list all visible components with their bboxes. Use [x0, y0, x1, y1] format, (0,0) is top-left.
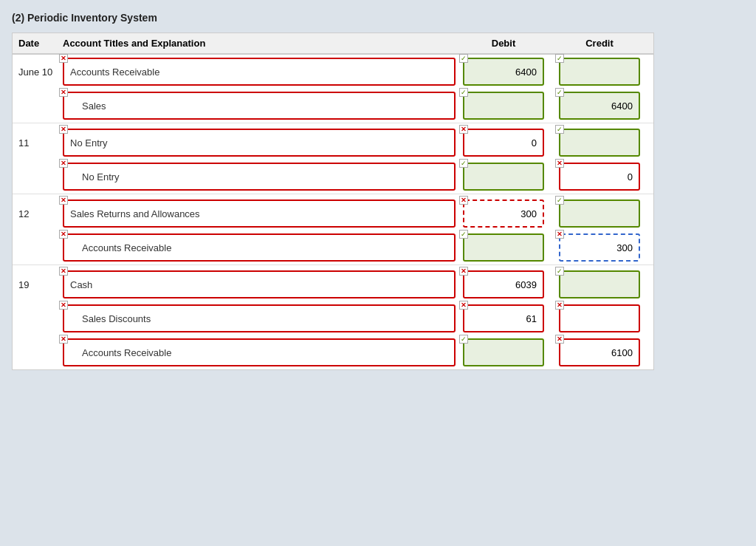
- debit-input[interactable]: [463, 58, 544, 86]
- credit-input[interactable]: [559, 129, 640, 157]
- close-icon[interactable]: ✕: [459, 196, 468, 205]
- account-field-box: ✕: [63, 129, 456, 157]
- check-icon[interactable]: ✓: [555, 125, 564, 134]
- close-icon[interactable]: ✕: [59, 196, 68, 205]
- close-icon[interactable]: ✕: [459, 301, 468, 310]
- check-icon[interactable]: ✓: [555, 88, 564, 97]
- account-cell: ✕: [63, 270, 456, 298]
- debit-cell: ✓: [456, 58, 551, 86]
- account-field-box: ✕: [63, 338, 456, 366]
- close-icon[interactable]: ✕: [59, 301, 68, 310]
- close-icon[interactable]: ✕: [59, 335, 68, 344]
- check-icon[interactable]: ✓: [459, 54, 468, 63]
- account-input[interactable]: [63, 304, 456, 332]
- table-row: ✕✓✕: [13, 160, 653, 194]
- debit-input[interactable]: [463, 199, 544, 228]
- close-icon[interactable]: ✕: [555, 301, 564, 310]
- account-input[interactable]: [63, 199, 456, 228]
- debit-field-box: ✓: [463, 92, 544, 120]
- close-icon[interactable]: ✕: [59, 88, 68, 97]
- account-input[interactable]: [63, 233, 456, 262]
- debit-field-box: ✕: [463, 304, 544, 332]
- header-debit: Debit: [456, 38, 551, 49]
- close-icon[interactable]: ✕: [59, 159, 68, 168]
- close-icon[interactable]: ✕: [459, 267, 468, 276]
- date-cell: 11: [18, 137, 63, 149]
- credit-field-box: ✓: [559, 129, 640, 157]
- debit-input[interactable]: [463, 233, 544, 262]
- account-cell: ✕: [63, 163, 456, 191]
- table-row: ✕✕✕: [13, 301, 653, 335]
- check-icon[interactable]: ✓: [459, 88, 468, 97]
- credit-cell: ✕: [551, 163, 647, 191]
- account-field-box: ✕: [63, 58, 456, 86]
- credit-input[interactable]: [559, 92, 640, 120]
- account-field-box: ✕: [63, 199, 456, 228]
- credit-field-box: ✕: [559, 338, 640, 366]
- credit-field-box: ✓: [559, 92, 640, 120]
- debit-cell: ✓: [456, 338, 551, 366]
- check-icon[interactable]: ✓: [555, 267, 564, 276]
- close-icon[interactable]: ✕: [59, 125, 68, 134]
- close-icon[interactable]: ✕: [555, 335, 564, 344]
- debit-input[interactable]: [463, 338, 544, 366]
- close-icon[interactable]: ✕: [555, 159, 564, 168]
- account-cell: ✕: [63, 304, 456, 332]
- credit-field-box: ✓: [559, 58, 640, 86]
- credit-cell: ✓: [551, 58, 647, 86]
- credit-input[interactable]: [559, 304, 640, 332]
- account-input[interactable]: [63, 129, 456, 157]
- table-row: ✕✓✓: [13, 89, 653, 123]
- credit-cell: ✓: [551, 129, 647, 157]
- close-icon[interactable]: ✕: [59, 230, 68, 239]
- debit-cell: ✓: [456, 163, 551, 191]
- close-icon[interactable]: ✕: [59, 54, 68, 63]
- credit-input[interactable]: [559, 233, 640, 262]
- account-input[interactable]: [63, 270, 456, 298]
- date-cell: 12: [18, 208, 63, 219]
- close-icon[interactable]: ✕: [59, 267, 68, 276]
- check-icon[interactable]: ✓: [555, 196, 564, 205]
- credit-field-box: ✓: [559, 270, 640, 298]
- account-field-box: ✕: [63, 233, 456, 262]
- account-input[interactable]: [63, 92, 456, 120]
- date-cell: 19: [18, 279, 63, 290]
- credit-field-box: ✕: [559, 163, 640, 191]
- account-cell: ✕: [63, 338, 456, 366]
- account-cell: ✕: [63, 129, 456, 157]
- debit-field-box: ✕: [463, 129, 544, 157]
- debit-input[interactable]: [463, 304, 544, 332]
- table-row: 11✕✕✓: [13, 126, 653, 160]
- check-icon[interactable]: ✓: [459, 159, 468, 168]
- debit-input[interactable]: [463, 129, 544, 157]
- credit-input[interactable]: [559, 270, 640, 298]
- credit-input[interactable]: [559, 163, 640, 191]
- account-input[interactable]: [63, 338, 456, 366]
- check-icon[interactable]: ✓: [459, 230, 468, 239]
- credit-input[interactable]: [559, 199, 640, 228]
- debit-input[interactable]: [463, 270, 544, 298]
- credit-input[interactable]: [559, 338, 640, 366]
- debit-cell: ✕: [456, 270, 551, 298]
- credit-cell: ✓: [551, 92, 647, 120]
- credit-input[interactable]: [559, 58, 640, 86]
- check-icon[interactable]: ✓: [459, 335, 468, 344]
- credit-cell: ✓: [551, 270, 647, 298]
- header-credit: Credit: [551, 38, 647, 49]
- table-row: 19✕✕✓: [13, 267, 653, 301]
- page-title: (2) Periodic Inventory System: [12, 12, 744, 24]
- debit-field-box: ✓: [463, 58, 544, 86]
- debit-field-box: ✓: [463, 338, 544, 366]
- header-account: Account Titles and Explanation: [63, 38, 456, 49]
- close-icon[interactable]: ✕: [555, 230, 564, 239]
- debit-input[interactable]: [463, 163, 544, 191]
- account-input[interactable]: [63, 163, 456, 191]
- account-cell: ✕: [63, 233, 456, 262]
- account-input[interactable]: [63, 58, 456, 86]
- credit-cell: ✕: [551, 338, 647, 366]
- table-row: ✕✓✕: [13, 231, 653, 265]
- close-icon[interactable]: ✕: [459, 125, 468, 134]
- account-cell: ✕: [63, 58, 456, 86]
- debit-input[interactable]: [463, 92, 544, 120]
- check-icon[interactable]: ✓: [555, 54, 564, 63]
